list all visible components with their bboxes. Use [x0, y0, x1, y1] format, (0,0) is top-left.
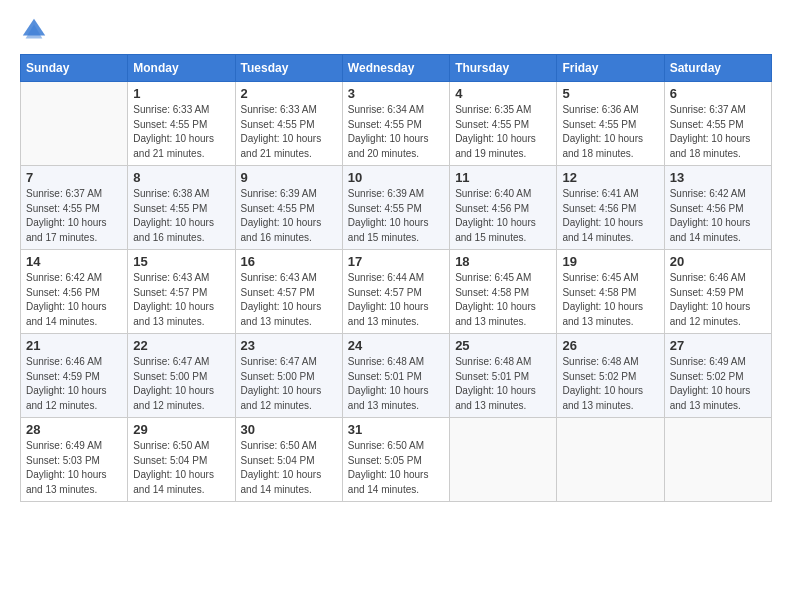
calendar-week-row: 7Sunrise: 6:37 AM Sunset: 4:55 PM Daylig…: [21, 166, 772, 250]
day-info: Sunrise: 6:48 AM Sunset: 5:02 PM Dayligh…: [562, 355, 658, 413]
calendar-cell: 1Sunrise: 6:33 AM Sunset: 4:55 PM Daylig…: [128, 82, 235, 166]
day-number: 4: [455, 86, 551, 101]
day-number: 20: [670, 254, 766, 269]
generalblue-logo-icon: [20, 16, 48, 44]
calendar-cell: 18Sunrise: 6:45 AM Sunset: 4:58 PM Dayli…: [450, 250, 557, 334]
calendar-cell: 20Sunrise: 6:46 AM Sunset: 4:59 PM Dayli…: [664, 250, 771, 334]
day-number: 19: [562, 254, 658, 269]
day-number: 28: [26, 422, 122, 437]
calendar-cell: 30Sunrise: 6:50 AM Sunset: 5:04 PM Dayli…: [235, 418, 342, 502]
logo: [20, 16, 50, 44]
day-info: Sunrise: 6:42 AM Sunset: 4:56 PM Dayligh…: [26, 271, 122, 329]
calendar-cell: 4Sunrise: 6:35 AM Sunset: 4:55 PM Daylig…: [450, 82, 557, 166]
day-number: 30: [241, 422, 337, 437]
calendar-cell: 21Sunrise: 6:46 AM Sunset: 4:59 PM Dayli…: [21, 334, 128, 418]
day-info: Sunrise: 6:49 AM Sunset: 5:02 PM Dayligh…: [670, 355, 766, 413]
calendar-cell: 29Sunrise: 6:50 AM Sunset: 5:04 PM Dayli…: [128, 418, 235, 502]
calendar-cell: 3Sunrise: 6:34 AM Sunset: 4:55 PM Daylig…: [342, 82, 449, 166]
day-info: Sunrise: 6:49 AM Sunset: 5:03 PM Dayligh…: [26, 439, 122, 497]
day-info: Sunrise: 6:47 AM Sunset: 5:00 PM Dayligh…: [133, 355, 229, 413]
calendar-cell: 24Sunrise: 6:48 AM Sunset: 5:01 PM Dayli…: [342, 334, 449, 418]
day-number: 21: [26, 338, 122, 353]
header-saturday: Saturday: [664, 55, 771, 82]
day-info: Sunrise: 6:44 AM Sunset: 4:57 PM Dayligh…: [348, 271, 444, 329]
calendar-cell: [664, 418, 771, 502]
day-info: Sunrise: 6:33 AM Sunset: 4:55 PM Dayligh…: [133, 103, 229, 161]
calendar-cell: 26Sunrise: 6:48 AM Sunset: 5:02 PM Dayli…: [557, 334, 664, 418]
day-info: Sunrise: 6:33 AM Sunset: 4:55 PM Dayligh…: [241, 103, 337, 161]
header-wednesday: Wednesday: [342, 55, 449, 82]
header-thursday: Thursday: [450, 55, 557, 82]
day-number: 7: [26, 170, 122, 185]
day-info: Sunrise: 6:34 AM Sunset: 4:55 PM Dayligh…: [348, 103, 444, 161]
day-info: Sunrise: 6:38 AM Sunset: 4:55 PM Dayligh…: [133, 187, 229, 245]
calendar-cell: 14Sunrise: 6:42 AM Sunset: 4:56 PM Dayli…: [21, 250, 128, 334]
calendar-cell: [557, 418, 664, 502]
calendar-cell: 27Sunrise: 6:49 AM Sunset: 5:02 PM Dayli…: [664, 334, 771, 418]
calendar-cell: 11Sunrise: 6:40 AM Sunset: 4:56 PM Dayli…: [450, 166, 557, 250]
calendar-cell: 2Sunrise: 6:33 AM Sunset: 4:55 PM Daylig…: [235, 82, 342, 166]
day-number: 25: [455, 338, 551, 353]
calendar-week-row: 21Sunrise: 6:46 AM Sunset: 4:59 PM Dayli…: [21, 334, 772, 418]
page: SundayMondayTuesdayWednesdayThursdayFrid…: [0, 0, 792, 612]
day-info: Sunrise: 6:47 AM Sunset: 5:00 PM Dayligh…: [241, 355, 337, 413]
calendar-cell: 5Sunrise: 6:36 AM Sunset: 4:55 PM Daylig…: [557, 82, 664, 166]
day-number: 16: [241, 254, 337, 269]
calendar-week-row: 1Sunrise: 6:33 AM Sunset: 4:55 PM Daylig…: [21, 82, 772, 166]
calendar-cell: 9Sunrise: 6:39 AM Sunset: 4:55 PM Daylig…: [235, 166, 342, 250]
header: [20, 16, 772, 44]
day-info: Sunrise: 6:36 AM Sunset: 4:55 PM Dayligh…: [562, 103, 658, 161]
header-monday: Monday: [128, 55, 235, 82]
day-number: 26: [562, 338, 658, 353]
calendar-cell: 10Sunrise: 6:39 AM Sunset: 4:55 PM Dayli…: [342, 166, 449, 250]
day-number: 9: [241, 170, 337, 185]
calendar-cell: 6Sunrise: 6:37 AM Sunset: 4:55 PM Daylig…: [664, 82, 771, 166]
day-number: 29: [133, 422, 229, 437]
day-info: Sunrise: 6:42 AM Sunset: 4:56 PM Dayligh…: [670, 187, 766, 245]
calendar-cell: 19Sunrise: 6:45 AM Sunset: 4:58 PM Dayli…: [557, 250, 664, 334]
day-number: 13: [670, 170, 766, 185]
day-info: Sunrise: 6:45 AM Sunset: 4:58 PM Dayligh…: [562, 271, 658, 329]
day-number: 22: [133, 338, 229, 353]
calendar-cell: 31Sunrise: 6:50 AM Sunset: 5:05 PM Dayli…: [342, 418, 449, 502]
day-info: Sunrise: 6:43 AM Sunset: 4:57 PM Dayligh…: [133, 271, 229, 329]
day-number: 11: [455, 170, 551, 185]
day-info: Sunrise: 6:41 AM Sunset: 4:56 PM Dayligh…: [562, 187, 658, 245]
day-info: Sunrise: 6:35 AM Sunset: 4:55 PM Dayligh…: [455, 103, 551, 161]
header-tuesday: Tuesday: [235, 55, 342, 82]
calendar-cell: 13Sunrise: 6:42 AM Sunset: 4:56 PM Dayli…: [664, 166, 771, 250]
day-info: Sunrise: 6:46 AM Sunset: 4:59 PM Dayligh…: [670, 271, 766, 329]
day-number: 3: [348, 86, 444, 101]
calendar-cell: 23Sunrise: 6:47 AM Sunset: 5:00 PM Dayli…: [235, 334, 342, 418]
calendar-cell: 8Sunrise: 6:38 AM Sunset: 4:55 PM Daylig…: [128, 166, 235, 250]
calendar-cell: [450, 418, 557, 502]
calendar-cell: 28Sunrise: 6:49 AM Sunset: 5:03 PM Dayli…: [21, 418, 128, 502]
calendar-cell: [21, 82, 128, 166]
day-number: 12: [562, 170, 658, 185]
day-number: 5: [562, 86, 658, 101]
calendar-cell: 15Sunrise: 6:43 AM Sunset: 4:57 PM Dayli…: [128, 250, 235, 334]
day-info: Sunrise: 6:39 AM Sunset: 4:55 PM Dayligh…: [241, 187, 337, 245]
day-info: Sunrise: 6:43 AM Sunset: 4:57 PM Dayligh…: [241, 271, 337, 329]
day-info: Sunrise: 6:50 AM Sunset: 5:04 PM Dayligh…: [133, 439, 229, 497]
calendar-cell: 7Sunrise: 6:37 AM Sunset: 4:55 PM Daylig…: [21, 166, 128, 250]
calendar-table: SundayMondayTuesdayWednesdayThursdayFrid…: [20, 54, 772, 502]
day-number: 6: [670, 86, 766, 101]
day-number: 24: [348, 338, 444, 353]
calendar-cell: 16Sunrise: 6:43 AM Sunset: 4:57 PM Dayli…: [235, 250, 342, 334]
day-number: 23: [241, 338, 337, 353]
day-info: Sunrise: 6:48 AM Sunset: 5:01 PM Dayligh…: [455, 355, 551, 413]
day-number: 1: [133, 86, 229, 101]
calendar-cell: 17Sunrise: 6:44 AM Sunset: 4:57 PM Dayli…: [342, 250, 449, 334]
day-number: 8: [133, 170, 229, 185]
day-number: 2: [241, 86, 337, 101]
day-info: Sunrise: 6:45 AM Sunset: 4:58 PM Dayligh…: [455, 271, 551, 329]
day-number: 31: [348, 422, 444, 437]
day-number: 17: [348, 254, 444, 269]
day-info: Sunrise: 6:40 AM Sunset: 4:56 PM Dayligh…: [455, 187, 551, 245]
day-info: Sunrise: 6:37 AM Sunset: 4:55 PM Dayligh…: [26, 187, 122, 245]
calendar-week-row: 28Sunrise: 6:49 AM Sunset: 5:03 PM Dayli…: [21, 418, 772, 502]
day-info: Sunrise: 6:39 AM Sunset: 4:55 PM Dayligh…: [348, 187, 444, 245]
calendar-cell: 22Sunrise: 6:47 AM Sunset: 5:00 PM Dayli…: [128, 334, 235, 418]
day-info: Sunrise: 6:46 AM Sunset: 4:59 PM Dayligh…: [26, 355, 122, 413]
